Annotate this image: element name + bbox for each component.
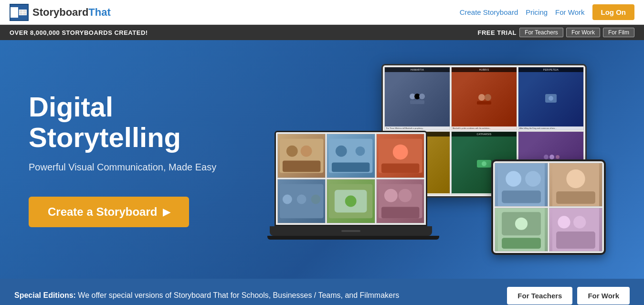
svg-point-19 [482,161,486,166]
laptop-mockup [267,131,434,260]
banner-film-button[interactable]: For Film [603,28,634,37]
special-edition-buttons: For Teachers For Work [507,287,630,305]
hero-cta-arrow: ▶ [163,206,170,218]
svg-point-24 [286,146,298,157]
svg-rect-3 [23,10,27,12]
svg-point-37 [311,195,321,204]
laptop-cell-2 [327,134,375,178]
tablet-cell-2 [549,163,602,207]
tablet-screen [493,161,604,253]
laptop-cell-5 [327,179,375,223]
svg-point-43 [398,189,412,202]
for-work-nav-link[interactable]: For Work [555,8,584,16]
svg-point-32 [392,145,408,160]
laptop-base [270,226,432,236]
svg-point-8 [419,94,425,99]
svg-point-42 [384,189,398,202]
monitor-cell-2: HUBRIS Macbeth's pride combines with his… [451,67,517,130]
svg-rect-59 [556,231,595,249]
laptop-cell-6 [376,179,424,223]
special-teachers-button[interactable]: For Teachers [507,287,572,305]
svg-point-35 [283,195,292,204]
banner-teachers-button[interactable]: For Teachers [519,28,563,37]
laptop-cell-3 [376,134,424,178]
monitor-cell-1: HAMARTIA The Three Witches tell Macbeth … [384,67,450,130]
svg-point-20 [544,155,549,159]
login-button[interactable]: Log On [592,4,635,20]
svg-rect-2 [20,10,23,12]
svg-point-54 [515,218,528,230]
banner-work-button[interactable]: For Work [566,28,600,37]
svg-rect-12 [477,101,491,105]
tablet-cell-3 [495,208,548,252]
logo-icon [10,4,29,21]
svg-rect-33 [381,163,419,173]
header: StoryboardThat Create Storyboard Pricing… [0,0,644,25]
logo-text: StoryboardThat [32,6,111,19]
svg-rect-26 [283,160,320,172]
svg-point-40 [345,196,357,207]
svg-point-47 [525,171,541,187]
hero-left: Digital Storytelling Powerful Visual Com… [29,92,277,228]
free-trial-label: FREE TRIAL [478,29,517,36]
svg-point-28 [336,146,347,157]
logo-board: That [88,6,110,18]
svg-rect-48 [502,190,541,203]
hero-title-line2: Storytelling [29,122,181,153]
svg-point-11 [485,94,491,101]
hero-cta-label: Create a Storyboard [48,205,157,219]
svg-point-21 [549,155,554,159]
hero-devices: HAMARTIA The Three Witches tell Macbeth … [277,59,615,260]
svg-rect-44 [381,207,419,218]
svg-point-22 [556,155,560,159]
svg-point-14 [549,96,553,101]
laptop-content [276,132,426,225]
svg-point-10 [478,94,485,101]
svg-point-50 [566,169,585,188]
svg-rect-55 [502,238,541,249]
laptop-bottom [267,236,439,240]
tablet-cell-4 [549,208,602,252]
special-editions-text: Special Editions: We offer special versi… [14,291,507,300]
hero-section: Digital Storytelling Powerful Visual Com… [0,40,644,279]
create-storyboard-nav-link[interactable]: Create Storyboard [460,8,518,16]
svg-point-25 [301,146,312,157]
banner-right: FREE TRIAL For Teachers For Work For Fil… [478,28,635,37]
svg-rect-4 [20,12,23,14]
tablet-cell-1 [495,163,548,207]
hero-subtitle: Powerful Visual Communication, Made Easy [29,162,277,173]
svg-point-29 [356,147,365,156]
special-editions-rest: We offer special versions of Storyboard … [76,291,399,299]
svg-rect-30 [332,162,370,172]
laptop-cell-1 [277,134,326,178]
svg-rect-51 [556,191,595,204]
laptop-screen [274,131,427,226]
logo-story: Storyboard [32,6,88,18]
top-banner: OVER 8,000,000 STORYBOARDS CREATED! FREE… [0,25,644,40]
svg-point-36 [297,195,306,204]
special-editions-bar: Special Editions: We offer special versi… [0,279,644,305]
monitor-cell-3: PERIPETEIA After killing the King and nu… [518,67,584,130]
svg-point-57 [558,216,570,228]
special-work-button[interactable]: For Work [577,287,630,305]
hero-title: Digital Storytelling [29,92,277,153]
logo-area: StoryboardThat [10,4,111,21]
header-nav: Create Storyboard Pricing For Work Log O… [460,4,634,20]
hero-cta-button[interactable]: Create a Storyboard ▶ [29,197,189,227]
svg-point-46 [506,171,521,187]
pricing-nav-link[interactable]: Pricing [526,8,548,16]
banner-storyboards-count: OVER 8,000,000 STORYBOARDS CREATED! [10,29,148,36]
svg-point-58 [573,216,586,228]
hero-title-line1: Digital [29,91,113,122]
svg-rect-5 [23,12,27,14]
svg-rect-9 [410,100,424,104]
special-editions-bold: Special Editions: [14,291,76,299]
tablet-mockup [491,159,606,255]
laptop-cell-4 [277,179,326,223]
